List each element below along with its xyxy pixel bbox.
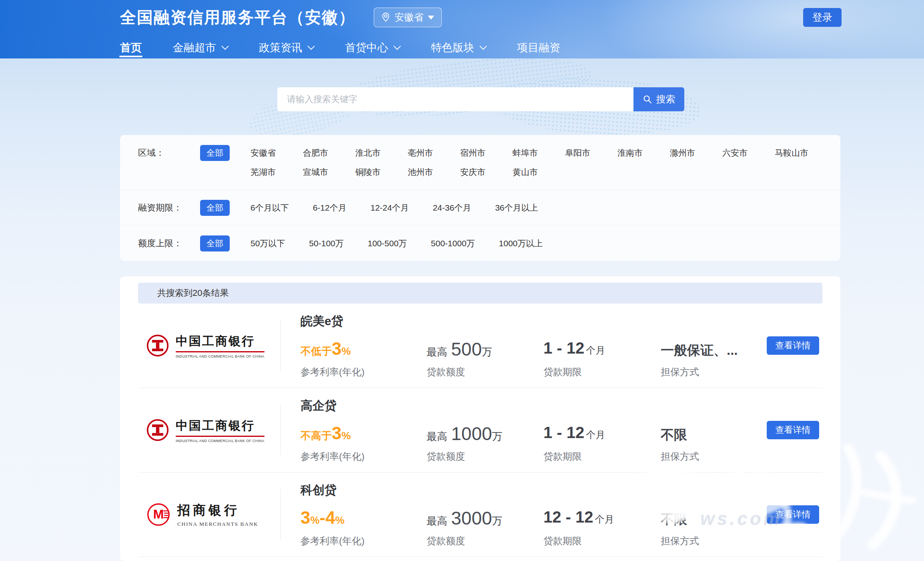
filter-option[interactable]: 安徽省 — [251, 145, 303, 161]
province-selector[interactable]: 安徽省 — [374, 8, 442, 27]
filter-option[interactable]: 12-24个月 — [371, 200, 409, 216]
filter-option[interactable]: 500-1000万 — [431, 235, 475, 251]
term-unit: 个月 — [586, 428, 605, 441]
filter-option[interactable]: 50-100万 — [309, 235, 343, 251]
filter-option[interactable]: 6-12个月 — [313, 200, 347, 216]
rate-label: 参考利率(年化) — [301, 450, 427, 463]
stat-amount: 最高 1000万贷款额度 — [427, 424, 543, 463]
filter-option[interactable]: 滁州市 — [670, 145, 722, 161]
amount-number: 3000 — [447, 509, 492, 527]
filter-all-chip[interactable]: 全部 — [200, 235, 230, 251]
cmb-emblem-icon: M — [146, 502, 171, 527]
product-name: 科创贷 — [301, 482, 767, 499]
bank-name-cn: 招商银行 — [177, 502, 258, 519]
amount-number: 1000 — [447, 424, 492, 443]
filter-option[interactable]: 马鞍山市 — [775, 145, 827, 161]
nav-item-4[interactable]: 特色版块 — [431, 37, 486, 58]
filter-option[interactable]: 安庆市 — [460, 164, 513, 180]
filter-option[interactable]: 6个月以下 — [251, 200, 289, 216]
filter-label: 区域： — [138, 145, 200, 161]
filter-options: 安徽省合肥市淮北市亳州市宿州市蚌埠市阜阳市淮南市滁州市六安市马鞍山市芜湖市宣城市… — [251, 145, 827, 180]
nav-item-2[interactable]: 政策资讯 — [259, 37, 314, 58]
page: 全国融资信用服务平台（安徽） 安徽省 登录 首页金融超市政策资讯首贷中心特色版块… — [0, 0, 924, 561]
search-input[interactable] — [277, 87, 633, 111]
amount-value: 最高 500万 — [427, 340, 543, 361]
loan-item: 中国工商银行INDUSTRIAL AND COMMERCIAL BANK OF … — [138, 388, 822, 473]
login-button[interactable]: 登录 — [803, 8, 842, 27]
filter-option[interactable]: 淮南市 — [617, 145, 670, 161]
loan-info: 科创贷3% - 4%参考利率(年化)最高 3000万贷款额度12 - 12个月贷… — [281, 482, 767, 547]
filter-option[interactable]: 淮北市 — [355, 145, 408, 161]
header-top: 全国融资信用服务平台（安徽） 安徽省 登录 — [0, 0, 924, 32]
nav-item-1[interactable]: 金融超市 — [173, 37, 228, 58]
filter-option[interactable]: 六安市 — [722, 145, 775, 161]
filter-option[interactable]: 黄山市 — [513, 164, 565, 180]
svg-text:M: M — [153, 507, 164, 521]
filter-option[interactable]: 50万以下 — [251, 235, 285, 251]
bank-name-cn: 中国工商银行 — [176, 333, 265, 350]
search-icon — [643, 95, 652, 104]
details-button[interactable]: 查看详情 — [767, 421, 819, 439]
filter-option[interactable]: 宣城市 — [303, 164, 355, 180]
filter-option[interactable]: 合肥市 — [303, 145, 355, 161]
rate-part: % — [341, 430, 351, 442]
details-button[interactable]: 查看详情 — [767, 336, 819, 355]
filter-label: 额度上限： — [138, 235, 200, 251]
filter-option[interactable]: 1000万以上 — [499, 235, 543, 251]
nav-item-0[interactable]: 首页 — [120, 37, 142, 58]
search-button[interactable]: 搜索 — [633, 87, 684, 111]
stat-term: 1 - 12个月贷款期限 — [543, 340, 661, 378]
filter-option[interactable]: 阜阳市 — [565, 145, 617, 161]
nav-item-label: 项目融资 — [517, 40, 560, 55]
main-nav: 首页金融超市政策资讯首贷中心特色版块项目融资 — [120, 37, 591, 58]
filter-option[interactable]: 24-36个月 — [433, 200, 471, 216]
term-value: 12 - 12个月 — [543, 509, 661, 530]
filter-label: 融资期限： — [138, 200, 200, 216]
guarantee-value: 不限 — [661, 509, 757, 530]
filter-option[interactable]: 池州市 — [408, 164, 460, 180]
guarantee-label: 担保方式 — [661, 535, 757, 547]
filter-option[interactable]: 芜湖市 — [251, 164, 303, 180]
term-unit: 个月 — [586, 344, 605, 357]
icbc-emblem-icon — [146, 418, 169, 442]
bank-name-en: INDUSTRIAL AND COMMERCIAL BANK OF CHINA — [176, 439, 265, 443]
filter-option[interactable]: 100-500万 — [368, 235, 407, 251]
term-number: 12 - 12 — [543, 509, 593, 525]
loan-item: 中国工商银行INDUSTRIAL AND COMMERCIAL BANK OF … — [138, 304, 822, 388]
nav-item-3[interactable]: 首贷中心 — [345, 37, 400, 58]
bank-logo: 中国工商银行INDUSTRIAL AND COMMERCIAL BANK OF … — [138, 333, 280, 358]
filter-all-chip[interactable]: 全部 — [200, 200, 230, 216]
details-button[interactable]: 查看详情 — [767, 505, 819, 524]
caret-down-icon — [428, 16, 434, 20]
search-button-label: 搜索 — [656, 93, 675, 106]
nav-item-5[interactable]: 项目融资 — [517, 37, 560, 58]
location-pin-icon — [381, 12, 390, 22]
bank-name: 招商银行CHINA MERCHANTS BANK — [177, 502, 258, 527]
amount-value: 最高 1000万 — [427, 424, 543, 445]
guarantee-value: 不限 — [661, 424, 757, 445]
results-summary: 共搜索到20条结果 — [157, 287, 228, 299]
bank-underline — [176, 351, 265, 352]
filter-options: 6个月以下6-12个月12-24个月24-36个月36个月以上 — [251, 200, 538, 216]
nav-item-label: 首页 — [120, 40, 142, 55]
chevron-down-icon — [307, 42, 315, 50]
filter-all-chip[interactable]: 全部 — [200, 145, 230, 161]
chevron-down-icon — [221, 42, 228, 50]
rate-value: 不低于3% — [301, 340, 427, 361]
chevron-down-icon — [393, 42, 401, 50]
stat-rate: 不低于3%参考利率(年化) — [301, 340, 427, 378]
filter-option[interactable]: 蚌埠市 — [513, 145, 565, 161]
term-label: 贷款期限 — [543, 366, 661, 378]
results-panel: 共搜索到20条结果 中国工商银行INDUSTRIAL AND COMMERCIA… — [120, 276, 840, 561]
guarantee-label: 担保方式 — [661, 450, 757, 463]
stat-amount: 最高 500万贷款额度 — [427, 340, 543, 378]
filter-option[interactable]: 铜陵市 — [355, 164, 408, 180]
filter-option[interactable]: 亳州市 — [408, 145, 460, 161]
filter-option[interactable]: 36个月以上 — [495, 200, 538, 216]
chevron-down-icon — [479, 42, 487, 50]
rate-part: 3 — [332, 424, 341, 442]
rate-part: % — [310, 514, 319, 527]
stat-guarantee: 不限担保方式 — [661, 424, 757, 463]
filter-option[interactable]: 宿州市 — [460, 145, 513, 161]
amount-prefix: 最高 — [427, 345, 447, 359]
